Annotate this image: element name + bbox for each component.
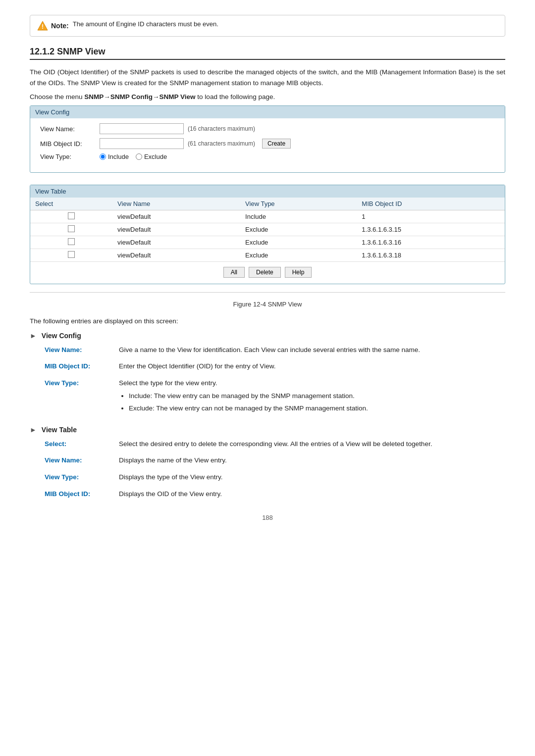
view-table-desc-table: Select: Select the desired entry to dele…: [45, 439, 505, 499]
row-checkbox-cell: [30, 210, 112, 223]
note-title: Note:: [51, 22, 69, 30]
view-table-header: View Table: [30, 185, 505, 198]
desc-row: View Name: Displays the name of the View…: [45, 455, 505, 466]
desc-def-text: Displays the OID of the View entry.: [119, 490, 222, 498]
row-checkbox-3[interactable]: [68, 251, 75, 258]
exclude-option[interactable]: Exclude: [136, 153, 167, 160]
desc-term: MIB Object ID:: [45, 361, 119, 372]
help-button[interactable]: Help: [285, 267, 312, 278]
desc-term: View Type:: [45, 378, 119, 416]
desc-def-text: Displays the type of the View entry.: [119, 473, 223, 481]
col-select: Select: [30, 198, 112, 210]
view-table-desc-title: View Table: [42, 426, 77, 434]
view-config-desc-heading: ► View Config: [30, 332, 505, 340]
table-buttons: All Delete Help: [30, 262, 505, 284]
include-label: Include: [108, 153, 129, 160]
view-config-panel: View Config View Name: (16 characters ma…: [30, 105, 505, 173]
warning-icon: !: [37, 20, 48, 31]
desc-row: View Type: Select the type for the view …: [45, 378, 505, 416]
desc-def: Displays the name of the View entry.: [119, 455, 505, 466]
delete-button[interactable]: Delete: [249, 267, 281, 278]
include-radio[interactable]: [100, 153, 106, 160]
desc-term: View Name:: [45, 345, 119, 355]
screen-entries-intro: The following entries are displayed on t…: [30, 316, 505, 327]
desc-def: Displays the OID of the View entry.: [119, 489, 505, 500]
arrow-icon-1: ►: [30, 332, 37, 340]
row-view-name-2: viewDefault: [112, 236, 240, 249]
row-checkbox-cell: [30, 249, 112, 262]
desc-def-text: Enter the Object Identifier (OID) for th…: [119, 362, 275, 370]
mib-object-id-row: MIB Object ID: (61 characters maximum) C…: [40, 138, 495, 149]
desc-def: Select the desired entry to delete the c…: [119, 439, 505, 450]
include-option[interactable]: Include: [100, 153, 129, 160]
desc-def: Enter the Object Identifier (OID) for th…: [119, 361, 505, 372]
view-type-row: View Type: Include Exclude: [40, 153, 495, 160]
view-config-header: View Config: [30, 106, 505, 118]
row-checkbox-cell: [30, 236, 112, 249]
row-view-type-3: Exclude: [240, 249, 357, 262]
row-checkbox-1[interactable]: [68, 225, 75, 232]
row-mib-object-id-2: 1.3.6.1.6.3.16: [357, 236, 505, 249]
row-view-type-1: Exclude: [240, 223, 357, 236]
all-button[interactable]: All: [223, 267, 245, 278]
row-view-name-0: viewDefault: [112, 210, 240, 223]
view-table-desc-heading: ► View Table: [30, 426, 505, 434]
menu-instruction: Choose the menu SNMP→SNMP Config→SNMP Vi…: [30, 93, 505, 101]
table-header-row: Select View Name View Type MIB Object ID: [30, 198, 505, 210]
mib-object-id-label: MIB Object ID:: [40, 140, 100, 148]
row-view-name-1: viewDefault: [112, 223, 240, 236]
row-checkbox-0[interactable]: [68, 212, 75, 219]
desc-term: Select:: [45, 439, 119, 450]
body-paragraph: The OID (Object Identifier) of the SNMP …: [30, 67, 505, 88]
view-table-desc-section: ► View Table Select: Select the desired …: [30, 426, 505, 499]
desc-bullet: Include: The view entry can be managed b…: [129, 391, 505, 402]
desc-def-text: Displays the name of the View entry.: [119, 456, 227, 464]
view-name-row: View Name: (16 characters maximum): [40, 123, 495, 134]
exclude-radio[interactable]: [136, 153, 142, 160]
row-mib-object-id-0: 1: [357, 210, 505, 223]
svg-text:!: !: [42, 23, 44, 30]
desc-row: View Type: Displays the type of the View…: [45, 472, 505, 483]
row-view-name-3: viewDefault: [112, 249, 240, 262]
section-divider: [30, 292, 505, 293]
desc-def-text: Give a name to the View for identificati…: [119, 346, 420, 353]
view-name-input[interactable]: [100, 123, 184, 134]
desc-row: MIB Object ID: Displays the OID of the V…: [45, 489, 505, 500]
desc-term: View Type:: [45, 472, 119, 483]
desc-row: View Name: Give a name to the View for i…: [45, 345, 505, 355]
note-text: The amount of Engine ID characters must …: [73, 20, 218, 28]
desc-def: Displays the type of the View entry.: [119, 472, 505, 483]
table-row: viewDefault Exclude 1.3.6.1.6.3.18: [30, 249, 505, 262]
col-mib-object-id: MIB Object ID: [357, 198, 505, 210]
note-box: ! Note: The amount of Engine ID characte…: [30, 15, 505, 37]
row-mib-object-id-1: 1.3.6.1.6.3.15: [357, 223, 505, 236]
table-row: viewDefault Exclude 1.3.6.1.6.3.15: [30, 223, 505, 236]
page-number: 188: [30, 514, 505, 521]
section-heading: 12.1.2 SNMP View: [30, 47, 505, 60]
view-table-panel: View Table Select View Name View Type MI…: [30, 185, 505, 284]
create-button[interactable]: Create: [262, 139, 291, 149]
view-config-desc-section: ► View Config View Name: Give a name to …: [30, 332, 505, 416]
desc-bullet: Exclude: The view entry can not be manag…: [129, 403, 505, 414]
view-name-hint: (16 characters maximum): [188, 125, 255, 132]
arrow-icon-2: ►: [30, 426, 37, 434]
desc-term: View Name:: [45, 455, 119, 466]
desc-def-text: Select the type for the view entry.: [119, 379, 217, 387]
figure-caption: Figure 12-4 SNMP View: [30, 301, 505, 308]
row-checkbox-cell: [30, 223, 112, 236]
row-view-type-2: Exclude: [240, 236, 357, 249]
view-type-radio-group: Include Exclude: [100, 153, 167, 160]
desc-row: MIB Object ID: Enter the Object Identifi…: [45, 361, 505, 372]
mib-object-id-input[interactable]: [100, 138, 184, 149]
table-row: viewDefault Include 1: [30, 210, 505, 223]
view-config-body: View Name: (16 characters maximum) MIB O…: [30, 118, 505, 172]
view-type-label: View Type:: [40, 153, 100, 160]
mib-object-id-hint: (61 characters maximum): [188, 140, 255, 147]
col-view-name: View Name: [112, 198, 240, 210]
desc-row: Select: Select the desired entry to dele…: [45, 439, 505, 450]
row-mib-object-id-3: 1.3.6.1.6.3.18: [357, 249, 505, 262]
table-row: viewDefault Exclude 1.3.6.1.6.3.16: [30, 236, 505, 249]
exclude-label: Exclude: [144, 153, 167, 160]
row-checkbox-2[interactable]: [68, 238, 75, 245]
desc-def-text: Select the desired entry to delete the c…: [119, 440, 432, 448]
